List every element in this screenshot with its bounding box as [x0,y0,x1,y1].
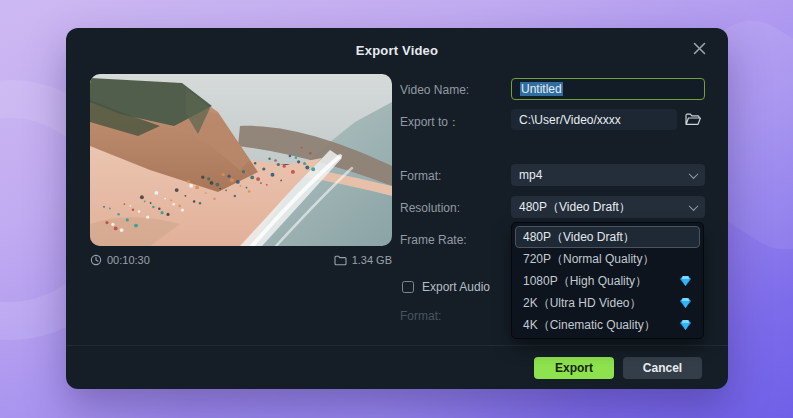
frame-rate-label: Frame Rate: [400,233,467,247]
resolution-dropdown-list: 480P（Video Draft）720P（Normal Quality）108… [511,222,704,339]
chevron-down-icon [689,169,699,179]
chevron-down-icon [689,201,699,211]
export-video-dialog: Export Video [66,28,728,389]
premium-diamond-icon [679,275,692,287]
resolution-option-label: 4K（Cinematic Quality） [523,317,675,334]
footer-divider [66,345,728,346]
browse-folder-icon[interactable] [682,109,704,129]
format-label: Format: [400,169,441,183]
resolution-option[interactable]: 480P（Video Draft） [515,226,700,248]
video-file-size: 1.34 GB [352,254,392,266]
video-meta-row: 00:10:30 1.34 GB [90,252,392,268]
video-name-input[interactable]: Untitled [511,78,705,100]
resolution-option-label: 2K（Ultra HD Video） [523,295,675,312]
export-button[interactable]: Export [534,357,614,379]
resolution-option[interactable]: 2K（Ultra HD Video） [515,292,700,314]
format-value: mp4 [519,168,542,182]
clock-icon [90,254,102,266]
export-to-label: Export to： [400,114,460,131]
resolution-option-label: 480P（Video Draft） [523,229,692,246]
export-path-value: C:\User/Video/xxxx [519,113,621,127]
resolution-option[interactable]: 4K（Cinematic Quality） [515,314,700,336]
resolution-select[interactable]: 480P（Video Draft） [511,196,705,218]
export-audio-checkbox[interactable] [402,281,414,293]
resolution-value: 480P（Video Draft） [519,199,631,216]
video-name-value: Untitled [520,82,563,96]
format-select[interactable]: mp4 [511,164,705,186]
export-audio-checkbox-row[interactable]: Export Audio [402,280,490,294]
cancel-button[interactable]: Cancel [623,357,702,379]
resolution-option[interactable]: 720P（Normal Quality） [515,248,700,270]
premium-diamond-icon [679,297,692,309]
video-preview-thumbnail [90,74,392,246]
video-duration: 00:10:30 [107,254,150,266]
close-icon[interactable] [688,37,710,59]
resolution-option-label: 1080P（High Quality） [523,273,675,290]
file-icon [334,255,347,266]
export-path-input[interactable]: C:\User/Video/xxxx [511,109,677,130]
resolution-option[interactable]: 1080P（High Quality） [515,270,700,292]
resolution-option-label: 720P（Normal Quality） [523,251,692,268]
desktop-background: Export Video [0,0,793,418]
export-audio-label: Export Audio [422,280,490,294]
video-name-label: Video Name: [400,83,469,97]
audio-format-label: Format: [400,309,441,323]
dialog-title: Export Video [66,43,728,58]
resolution-label: Resolution: [400,201,460,215]
premium-diamond-icon [679,319,692,331]
